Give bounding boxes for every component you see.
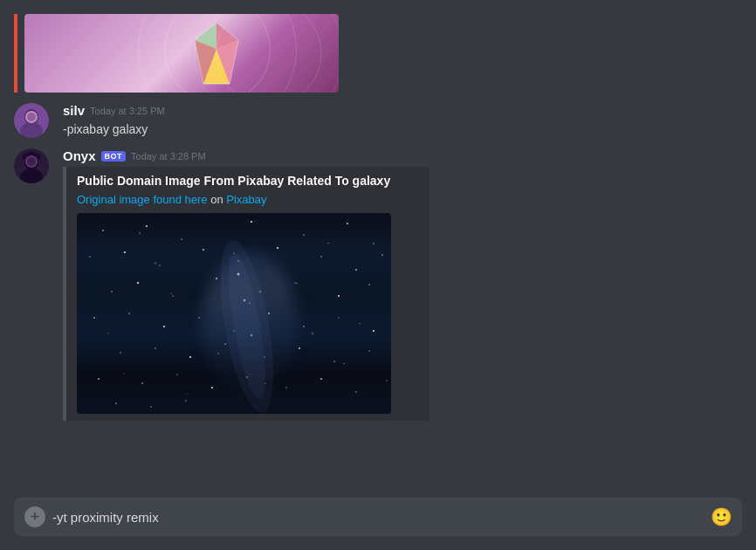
svg-point-56	[299, 347, 300, 349]
emoji-button[interactable]: 🙂	[711, 506, 732, 527]
embed-on-word: on	[210, 193, 223, 206]
svg-point-6	[195, 14, 339, 93]
svg-point-20	[181, 239, 182, 240]
message-silv-content: silv Today at 3:25 PM -pixabay galaxy	[63, 103, 742, 138]
svg-marker-3	[195, 40, 216, 84]
svg-point-19	[146, 225, 148, 227]
message-silv-header: silv Today at 3:25 PM	[63, 103, 742, 118]
message-onyx-header: Onyx BOT Today at 3:28 PM	[63, 148, 742, 163]
svg-point-38	[259, 291, 261, 292]
message-silv: silv Today at 3:25 PM -pixabay galaxy	[0, 100, 756, 141]
pixabay-link[interactable]: Pixabay	[226, 193, 266, 206]
silv-avatar-svg	[14, 103, 49, 138]
svg-point-31	[320, 256, 322, 258]
input-wrapper: + 🙂	[14, 498, 742, 536]
svg-point-17	[27, 157, 36, 166]
embed-galaxy: Public Domain Image From Pixabay Related…	[63, 167, 430, 421]
svg-marker-2	[195, 23, 216, 49]
svg-point-26	[124, 251, 126, 253]
svg-point-57	[333, 361, 335, 362]
svg-point-39	[294, 283, 295, 284]
timestamp-onyx: Today at 3:28 PM	[131, 151, 206, 162]
red-border-container	[14, 14, 742, 93]
svg-point-28	[203, 249, 204, 251]
svg-point-22	[303, 234, 305, 236]
svg-point-18	[102, 230, 104, 231]
message-silv-text: -pixabay galaxy	[63, 121, 742, 138]
svg-point-49	[338, 318, 339, 319]
svg-point-37	[216, 278, 217, 279]
svg-point-40	[338, 295, 340, 297]
svg-point-47	[268, 313, 270, 314]
svg-point-75	[251, 334, 252, 336]
svg-point-46	[233, 331, 234, 332]
top-image-message	[0, 14, 756, 100]
bot-badge: BOT	[101, 151, 127, 162]
svg-point-48	[303, 326, 305, 327]
svg-point-44	[163, 326, 165, 327]
svg-point-29	[237, 261, 238, 262]
svg-point-32	[355, 269, 357, 271]
crystal-svg	[182, 18, 251, 93]
message-onyx: Onyx BOT Today at 3:28 PM Public Domain …	[0, 145, 756, 424]
timestamp-silv: Today at 3:25 PM	[90, 106, 165, 116]
svg-point-5	[216, 14, 321, 93]
svg-point-12	[27, 113, 36, 121]
message-input[interactable]	[52, 510, 704, 525]
galaxy-image	[77, 213, 391, 414]
embed-description: Original image found here on Pixabay	[77, 193, 419, 206]
svg-point-73	[237, 273, 240, 276]
svg-point-34	[111, 291, 113, 292]
svg-point-35	[137, 282, 139, 284]
svg-point-55	[264, 357, 265, 358]
svg-point-33	[381, 255, 382, 256]
username-onyx: Onyx	[63, 148, 96, 163]
original-image-link[interactable]: Original image found here	[77, 193, 208, 206]
add-button[interactable]: +	[24, 506, 45, 527]
onyx-avatar-svg	[14, 148, 49, 183]
svg-point-51	[120, 352, 121, 354]
svg-point-21	[251, 221, 252, 223]
svg-marker-4	[216, 40, 238, 84]
svg-point-41	[368, 284, 370, 285]
svg-point-54	[224, 343, 226, 345]
svg-point-72	[221, 251, 272, 402]
circles-svg	[24, 14, 339, 93]
avatar-silv	[14, 103, 49, 138]
svg-point-27	[159, 265, 160, 266]
message-onyx-content: Onyx BOT Today at 3:28 PM Public Domain …	[63, 148, 742, 421]
svg-point-50	[373, 330, 375, 332]
svg-point-42	[93, 317, 95, 319]
svg-point-74	[244, 299, 246, 302]
svg-point-52	[155, 348, 155, 349]
svg-point-43	[128, 313, 129, 314]
svg-point-45	[198, 317, 200, 319]
svg-rect-76	[77, 379, 391, 414]
svg-point-24	[373, 244, 374, 244]
svg-point-36	[172, 296, 173, 297]
svg-point-58	[368, 351, 369, 352]
svg-point-53	[189, 356, 191, 358]
svg-marker-1	[216, 23, 238, 49]
avatar-onyx	[14, 148, 49, 183]
input-area: + 🙂	[0, 491, 756, 550]
svg-point-23	[347, 223, 348, 224]
stars-svg	[77, 213, 391, 414]
svg-marker-0	[195, 23, 238, 84]
embed-title: Public Domain Image From Pixabay Related…	[77, 174, 419, 188]
svg-point-61	[176, 375, 177, 375]
top-image	[24, 14, 339, 93]
svg-point-30	[277, 247, 278, 249]
svg-point-63	[246, 376, 248, 378]
svg-point-25	[89, 256, 91, 258]
username-silv: silv	[63, 103, 85, 118]
